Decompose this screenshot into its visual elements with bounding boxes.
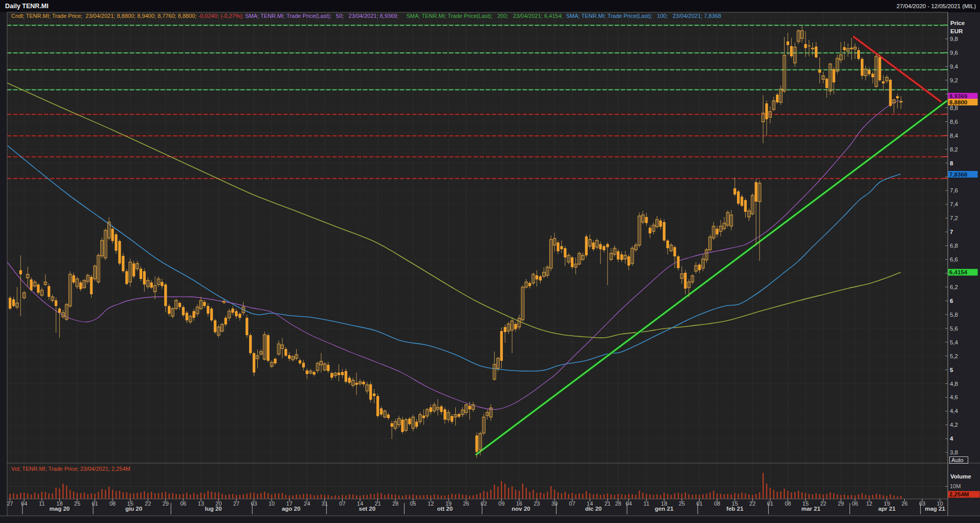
svg-text:lug 20: lug 20: [205, 506, 221, 512]
svg-text:08: 08: [785, 500, 791, 507]
svg-text:9,8: 9,8: [950, 36, 958, 42]
svg-text:07: 07: [569, 500, 575, 507]
svg-text:06: 06: [180, 500, 186, 507]
svg-text:7: 7: [950, 229, 953, 235]
svg-text:4: 4: [950, 435, 953, 442]
svg-text:08: 08: [714, 500, 720, 507]
svg-text:8: 8: [950, 160, 953, 166]
svg-text:11: 11: [643, 500, 649, 507]
svg-text:6: 6: [950, 298, 953, 304]
svg-text:01: 01: [696, 500, 702, 507]
svg-text:07: 07: [339, 500, 345, 507]
svg-text:Vol; TENR.MI; Trade Price; 23: Vol; TENR.MI; Trade Price; 23/04/2021; 2…: [11, 466, 130, 472]
svg-text:EUR: EUR: [950, 28, 963, 34]
svg-text:apr 21: apr 21: [878, 506, 896, 512]
svg-text:08: 08: [109, 500, 116, 507]
svg-text:5: 5: [950, 367, 953, 373]
svg-text:09: 09: [498, 500, 504, 507]
svg-text:5,6: 5,6: [950, 325, 958, 332]
svg-text:mag 20: mag 20: [50, 506, 70, 512]
svg-text:8,4: 8,4: [950, 133, 959, 139]
svg-text:ott 20: ott 20: [437, 506, 453, 512]
svg-text:8,8: 8,8: [950, 105, 958, 111]
svg-text:6,8: 6,8: [950, 243, 958, 249]
svg-text:24: 24: [304, 500, 310, 507]
svg-text:Auto: Auto: [951, 457, 964, 463]
svg-text:7,2: 7,2: [950, 215, 958, 221]
svg-text:22: 22: [749, 500, 755, 507]
svg-text:04: 04: [21, 500, 27, 507]
svg-text:nov 20: nov 20: [511, 506, 530, 512]
svg-text:10: 10: [269, 500, 275, 507]
svg-text:9,4: 9,4: [950, 63, 959, 70]
svg-text:6,6: 6,6: [950, 256, 958, 263]
svg-text:feb 21: feb 21: [726, 506, 744, 512]
svg-text:31: 31: [322, 500, 328, 507]
svg-text:13: 13: [198, 500, 204, 507]
svg-text:gen 21: gen 21: [655, 506, 674, 512]
svg-text:9,6: 9,6: [950, 50, 958, 56]
svg-text:2,254M: 2,254M: [949, 491, 969, 497]
svg-text:23: 23: [533, 500, 540, 507]
svg-text:25: 25: [679, 500, 685, 507]
svg-text:30: 30: [551, 500, 558, 507]
svg-text:29: 29: [838, 500, 844, 507]
svg-text:8,6: 8,6: [950, 119, 958, 125]
svg-text:set 20: set 20: [359, 506, 375, 512]
svg-text:3,8: 3,8: [950, 449, 958, 455]
svg-text:giu 20: giu 20: [125, 506, 142, 512]
svg-text:5,8: 5,8: [950, 312, 958, 318]
svg-text:25: 25: [74, 500, 80, 507]
svg-text:26: 26: [463, 500, 469, 507]
svg-text:21: 21: [374, 500, 381, 507]
svg-text:Daily TENR.MI: Daily TENR.MI: [5, 3, 49, 10]
svg-text:22: 22: [145, 500, 151, 507]
svg-text:01: 01: [92, 500, 98, 507]
svg-text:12: 12: [428, 500, 434, 507]
svg-text:6,4154: 6,4154: [949, 269, 968, 275]
svg-text:4,4: 4,4: [950, 408, 959, 414]
svg-text:7,6: 7,6: [950, 187, 958, 193]
svg-text:02: 02: [481, 500, 487, 507]
svg-text:ago 20: ago 20: [282, 506, 300, 512]
svg-text:Cndl; TENR.MI; Trade Price; 2: Cndl; TENR.MI; Trade Price; 23/04/2021; …: [11, 13, 721, 19]
svg-text:8,8800: 8,8800: [949, 99, 967, 105]
svg-text:21: 21: [605, 500, 611, 507]
svg-text:06: 06: [852, 500, 858, 507]
svg-text:4,6: 4,6: [950, 394, 958, 400]
svg-text:28: 28: [615, 500, 621, 507]
svg-text:27: 27: [7, 500, 13, 507]
svg-text:5,2: 5,2: [950, 353, 958, 359]
svg-text:22: 22: [820, 500, 826, 507]
svg-text:9,2: 9,2: [950, 77, 958, 83]
svg-text:5,4: 5,4: [950, 339, 959, 345]
svg-text:01: 01: [767, 500, 773, 507]
svg-text:12: 12: [866, 500, 872, 507]
svg-text:27: 27: [233, 500, 239, 507]
svg-text:26: 26: [901, 500, 907, 507]
svg-text:8,2: 8,2: [950, 146, 958, 152]
svg-text:29: 29: [163, 500, 169, 507]
svg-text:10M: 10M: [950, 483, 961, 489]
svg-text:dic 20: dic 20: [585, 506, 602, 512]
svg-text:04: 04: [626, 500, 632, 507]
svg-text:4,8: 4,8: [950, 381, 958, 387]
svg-text:03: 03: [251, 500, 257, 507]
svg-text:8,9369: 8,9369: [949, 93, 967, 99]
svg-text:28: 28: [392, 500, 398, 507]
svg-text:27/04/2020 - 12/05/2021 (MIL): 27/04/2020 - 12/05/2021 (MIL): [897, 3, 976, 9]
svg-text:4,2: 4,2: [950, 422, 958, 428]
svg-text:Price: Price: [950, 20, 965, 26]
svg-text:mar 21: mar 21: [801, 506, 821, 512]
svg-text:mag 21: mag 21: [925, 506, 945, 512]
svg-text:05: 05: [410, 500, 416, 507]
svg-text:7,4: 7,4: [950, 201, 959, 207]
svg-text:7,8368: 7,8368: [949, 171, 968, 178]
svg-text:6,2: 6,2: [950, 284, 958, 290]
svg-text:Volume: Volume: [950, 473, 971, 480]
svg-text:11: 11: [39, 500, 44, 507]
